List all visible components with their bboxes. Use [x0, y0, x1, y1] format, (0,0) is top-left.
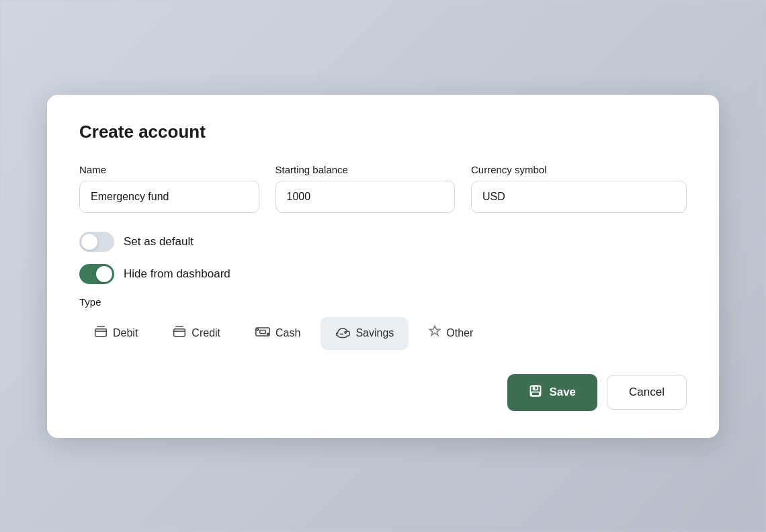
save-label: Save	[549, 386, 576, 399]
footer-buttons: Save Cancel	[79, 374, 687, 411]
set-default-row: Set as default	[79, 232, 687, 252]
svg-rect-11	[532, 392, 540, 396]
svg-point-7	[267, 333, 269, 335]
modal-overlay: Create account Name Starting balance Cur…	[0, 0, 766, 532]
cash-label: Cash	[275, 327, 300, 339]
svg-rect-5	[260, 330, 265, 333]
create-account-modal: Create account Name Starting balance Cur…	[47, 95, 719, 438]
set-default-toggle[interactable]	[79, 232, 114, 252]
balance-input[interactable]	[275, 181, 456, 213]
type-label: Type	[79, 296, 687, 308]
cancel-label: Cancel	[629, 386, 665, 399]
type-options: Debit Credit	[79, 317, 687, 350]
save-icon	[529, 384, 542, 401]
type-credit-button[interactable]: Credit	[158, 317, 235, 350]
type-savings-button[interactable]: Savings	[321, 317, 409, 350]
svg-point-6	[257, 328, 259, 330]
save-button[interactable]: Save	[507, 374, 597, 411]
debit-icon	[94, 325, 108, 342]
set-default-label: Set as default	[124, 235, 194, 249]
modal-title: Create account	[79, 122, 687, 142]
other-icon	[429, 325, 441, 342]
debit-label: Debit	[113, 327, 138, 339]
savings-label: Savings	[355, 327, 394, 339]
hide-dashboard-thumb	[96, 266, 112, 282]
svg-point-8	[345, 331, 347, 333]
hide-dashboard-toggle[interactable]	[79, 264, 114, 284]
type-other-button[interactable]: Other	[414, 317, 488, 350]
form-fields-row: Name Starting balance Currency symbol	[79, 164, 687, 213]
type-section: Type Debit	[79, 296, 687, 350]
name-group: Name	[79, 164, 259, 213]
type-cash-button[interactable]: Cash	[241, 317, 315, 350]
currency-label: Currency symbol	[471, 164, 687, 175]
svg-rect-0	[95, 328, 107, 336]
savings-icon	[335, 325, 350, 342]
balance-label: Starting balance	[275, 164, 456, 175]
balance-group: Starting balance	[275, 164, 456, 213]
cash-icon	[255, 326, 270, 341]
set-default-thumb	[81, 234, 97, 250]
type-debit-button[interactable]: Debit	[79, 317, 153, 350]
currency-input[interactable]	[471, 181, 687, 213]
hide-dashboard-label: Hide from dashboard	[124, 267, 230, 281]
hide-dashboard-row: Hide from dashboard	[79, 264, 687, 284]
other-label: Other	[446, 327, 473, 339]
cancel-button[interactable]: Cancel	[607, 375, 687, 410]
credit-icon	[173, 325, 186, 342]
name-label: Name	[79, 164, 259, 175]
svg-rect-2	[174, 328, 185, 336]
name-input[interactable]	[79, 181, 259, 213]
currency-group: Currency symbol	[471, 164, 687, 213]
credit-label: Credit	[192, 327, 220, 339]
